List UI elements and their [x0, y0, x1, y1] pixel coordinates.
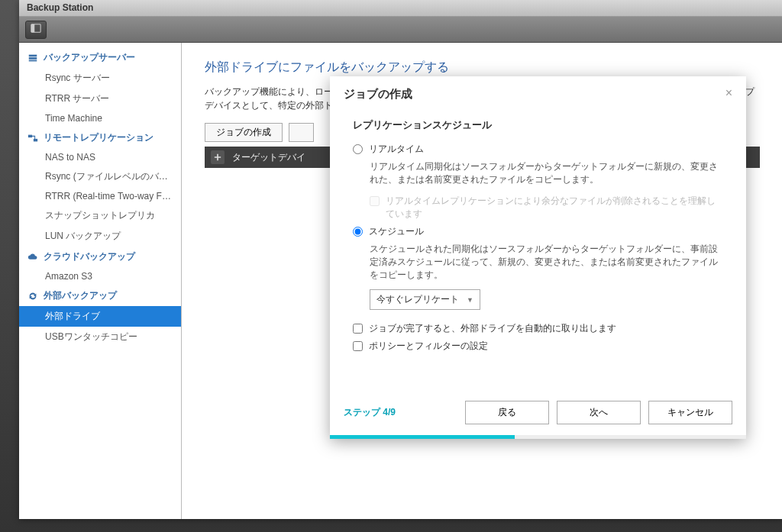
radio-schedule-input[interactable] [353, 227, 363, 237]
sidebar-item-usb-onetouch[interactable]: USBワンタッチコピー [19, 327, 181, 347]
svg-rect-6 [34, 138, 37, 141]
cancel-button[interactable]: キャンセル [648, 401, 732, 424]
checkbox-realtime-ack: リアルタイムレプリケーションにより余分なファイルが削除されることを理解しています [370, 195, 723, 221]
schedule-select[interactable]: 今すぐレプリケート ▼ [370, 289, 480, 310]
refresh-icon [27, 290, 39, 302]
sidebar-group-external-backup[interactable]: 外部バックアップ [19, 285, 181, 306]
schedule-description: スケジュールされた同期化はソースフォルダーからターゲットフォルダーに、事前設定済… [370, 243, 723, 282]
back-button[interactable]: 戻る [465, 401, 549, 424]
create-job-dialog: ジョブの作成 × レプリケーションスケジュール リアルタイム リアルタイム同期化… [330, 76, 746, 439]
sidebar-item-time-machine[interactable]: Time Machine [19, 109, 181, 127]
svg-rect-3 [29, 57, 37, 60]
radio-schedule-label: スケジュール [369, 225, 424, 238]
sidebar-toggle-button[interactable] [25, 21, 47, 39]
checkbox-realtime-ack-input [370, 196, 380, 206]
grid-column-target: ターゲットデバイ [232, 151, 305, 164]
section-title: レプリケーションスケジュール [353, 118, 723, 132]
wizard-progress-fill [330, 435, 515, 439]
plus-icon [214, 153, 221, 161]
replication-icon [27, 132, 39, 144]
dialog-footer: ステップ 4/9 戻る 次へ キャンセル [330, 393, 746, 435]
radio-realtime-input[interactable] [353, 144, 363, 154]
close-button[interactable]: × [725, 87, 732, 99]
radio-realtime[interactable]: リアルタイム [353, 143, 723, 156]
sidebar-item-rtrr-server[interactable]: RTRR サーバー [19, 89, 181, 109]
sidebar-group-label: リモートレプリケーション [44, 131, 153, 144]
next-button[interactable]: 次へ [557, 401, 641, 424]
server-icon [27, 52, 39, 64]
sidebar-item-rsync-server[interactable]: Rsync サーバー [19, 68, 181, 89]
sidebar-item-lun-backup[interactable]: LUN バックアップ [19, 226, 181, 247]
sidebar-item-snapshot-replica[interactable]: スナップショットレプリカ [19, 205, 181, 226]
checkbox-policy-filter-label: ポリシーとフィルターの設定 [369, 340, 488, 353]
expand-all-button[interactable] [211, 150, 225, 164]
sidebar-group-cloud-backup[interactable]: クラウドバックアップ [19, 247, 181, 267]
dialog-body: レプリケーションスケジュール リアルタイム リアルタイム同期化はソースフォルダー… [330, 108, 746, 393]
checkbox-auto-eject[interactable]: ジョブが完了すると、外部ドライブを自動的に取り出します [353, 322, 723, 335]
sidebar-group-backup-server[interactable]: バックアップサーバー [19, 47, 181, 68]
checkbox-auto-eject-input[interactable] [353, 324, 363, 334]
sidebar-group-label: バックアップサーバー [44, 51, 135, 64]
wizard-progress [330, 435, 746, 439]
sidebar-item-rsync-file[interactable]: Rsync (ファイルレベルのバック... [19, 166, 181, 187]
svg-rect-4 [29, 60, 37, 61]
radio-realtime-label: リアルタイム [369, 143, 424, 156]
secondary-button[interactable] [289, 123, 314, 142]
panel-icon [31, 23, 41, 36]
window-titlebar[interactable]: Backup Station [19, 0, 782, 17]
sidebar-group-label: 外部バックアップ [44, 289, 117, 302]
step-indicator: ステップ 4/9 [344, 406, 396, 419]
close-icon: × [725, 86, 732, 99]
svg-rect-1 [31, 24, 34, 33]
sidebar-item-external-drive[interactable]: 外部ドライブ [19, 306, 181, 327]
app-toolbar [19, 17, 782, 43]
chevron-down-icon: ▼ [467, 296, 473, 304]
dialog-header: ジョブの作成 × [330, 76, 746, 108]
sidebar-group-remote-replication[interactable]: リモートレプリケーション [19, 127, 181, 148]
sidebar-item-nas-to-nas[interactable]: NAS to NAS [19, 148, 181, 166]
sidebar: バックアップサーバー Rsync サーバー RTRR サーバー Time Mac… [19, 43, 182, 519]
cloud-icon [27, 251, 39, 263]
checkbox-auto-eject-label: ジョブが完了すると、外部ドライブを自動的に取り出します [369, 322, 616, 335]
checkbox-policy-filter[interactable]: ポリシーとフィルターの設定 [353, 340, 723, 353]
create-job-button[interactable]: ジョブの作成 [205, 123, 283, 142]
schedule-select-value: 今すぐレプリケート [376, 293, 459, 306]
realtime-description: リアルタイム同期化はソースフォルダーからターゲットフォルダーに新規の、変更された… [370, 160, 723, 187]
sidebar-item-rtrr-realtime[interactable]: RTRR (Real-time Two-way Folde... [19, 187, 181, 205]
sidebar-item-amazon-s3[interactable]: Amazon S3 [19, 267, 181, 285]
sidebar-group-label: クラウドバックアップ [44, 250, 135, 263]
page-title: 外部ドライブにファイルをバックアップする [205, 60, 760, 76]
checkbox-realtime-ack-label: リアルタイムレプリケーションにより余分なファイルが削除されることを理解しています [386, 195, 723, 221]
dialog-title: ジョブの作成 [344, 87, 412, 102]
checkbox-policy-filter-input[interactable] [353, 341, 363, 351]
svg-rect-5 [28, 134, 32, 137]
window-title: Backup Station [27, 2, 93, 13]
radio-schedule[interactable]: スケジュール [353, 225, 723, 238]
svg-rect-2 [29, 54, 37, 56]
